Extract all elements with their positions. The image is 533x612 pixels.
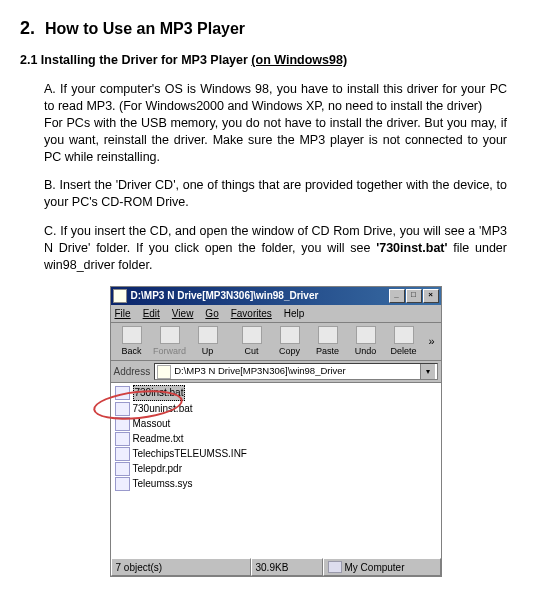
file-list[interactable]: 730inst.bat 730uninst.bat Massout Readme… bbox=[111, 383, 441, 557]
paragraph-c: C. If you insert the CD, and open the wi… bbox=[44, 223, 507, 274]
menu-view[interactable]: View bbox=[172, 307, 194, 321]
file-icon bbox=[115, 417, 130, 431]
status-location: My Computer bbox=[323, 558, 441, 576]
subheading-text: 2.1 Installing the Driver for MP3 Player bbox=[20, 53, 251, 67]
cut-button[interactable]: Cut bbox=[233, 325, 271, 358]
heading-title: How to Use an MP3 Player bbox=[45, 20, 245, 38]
forward-icon bbox=[160, 326, 180, 344]
paste-button[interactable]: Paste bbox=[309, 325, 347, 358]
menu-file[interactable]: File bbox=[115, 307, 131, 321]
file-icon bbox=[115, 477, 130, 491]
subheading: 2.1 Installing the Driver for MP3 Player… bbox=[20, 53, 513, 67]
undo-icon bbox=[356, 326, 376, 344]
menu-favorites[interactable]: Favorites bbox=[231, 307, 272, 321]
menu-edit[interactable]: Edit bbox=[143, 307, 160, 321]
delete-button[interactable]: Delete bbox=[385, 325, 423, 358]
menu-help[interactable]: Help bbox=[284, 307, 305, 321]
list-item[interactable]: Telepdr.pdr bbox=[115, 462, 437, 476]
forward-button[interactable]: Forward bbox=[151, 325, 189, 358]
up-button[interactable]: Up bbox=[189, 325, 227, 358]
file-icon bbox=[115, 462, 130, 476]
titlebar: D:\MP3 N Drive[MP3N306]\win98_Driver _ □… bbox=[111, 287, 441, 305]
close-button[interactable]: × bbox=[423, 289, 439, 303]
list-item[interactable]: Teleumss.sys bbox=[115, 477, 437, 491]
delete-icon bbox=[394, 326, 414, 344]
paragraph-a1: A. If your computer's OS is Windows 98, … bbox=[44, 81, 507, 115]
status-size: 30.9KB bbox=[251, 558, 323, 576]
cut-icon bbox=[242, 326, 262, 344]
folder-icon bbox=[113, 289, 127, 303]
status-bar: 7 object(s) 30.9KB My Computer bbox=[111, 557, 441, 576]
subheading-paren: (on Windows98) bbox=[251, 53, 347, 67]
window-title: D:\MP3 N Drive[MP3N306]\win98_Driver bbox=[131, 289, 388, 303]
address-bar: Address D:\MP3 N Drive[MP3N306]\win98_Dr… bbox=[111, 361, 441, 383]
paragraph-b: B. Insert the 'Driver CD', one of things… bbox=[44, 177, 507, 211]
address-value: D:\MP3 N Drive[MP3N306]\win98_Driver bbox=[174, 365, 419, 378]
section-heading: 2. How to Use an MP3 Player bbox=[20, 18, 513, 39]
paste-icon bbox=[318, 326, 338, 344]
explorer-window: D:\MP3 N Drive[MP3N306]\win98_Driver _ □… bbox=[110, 286, 442, 578]
copy-icon bbox=[280, 326, 300, 344]
folder-icon bbox=[157, 365, 171, 379]
list-item[interactable]: 730uninst.bat bbox=[115, 402, 437, 416]
address-field[interactable]: D:\MP3 N Drive[MP3N306]\win98_Driver ▾ bbox=[154, 363, 437, 380]
status-objects: 7 object(s) bbox=[111, 558, 251, 576]
computer-icon bbox=[328, 561, 342, 573]
minimize-button[interactable]: _ bbox=[389, 289, 405, 303]
file-icon bbox=[115, 402, 130, 416]
undo-button[interactable]: Undo bbox=[347, 325, 385, 358]
heading-number: 2. bbox=[20, 18, 35, 39]
back-button[interactable]: Back bbox=[113, 325, 151, 358]
toolbar: Back Forward Up Cut Copy Paste Undo Dele… bbox=[111, 323, 441, 361]
back-icon bbox=[122, 326, 142, 344]
paragraph-a2: For PCs with the USB memory, you do not … bbox=[44, 115, 507, 166]
list-item[interactable]: TelechipsTELEUMSS.INF bbox=[115, 447, 437, 461]
up-icon bbox=[198, 326, 218, 344]
copy-button[interactable]: Copy bbox=[271, 325, 309, 358]
list-item[interactable]: Readme.txt bbox=[115, 432, 437, 446]
list-item[interactable]: 730inst.bat bbox=[115, 385, 437, 401]
address-label: Address bbox=[114, 365, 151, 379]
paragraph-c-bold: '730inst.bat' bbox=[376, 241, 447, 255]
menubar: File Edit View Go Favorites Help bbox=[111, 305, 441, 324]
window-controls: _ □ × bbox=[388, 289, 439, 303]
list-item[interactable]: Massout bbox=[115, 417, 437, 431]
menu-go[interactable]: Go bbox=[205, 307, 218, 321]
file-icon bbox=[115, 386, 130, 400]
file-icon bbox=[115, 432, 130, 446]
toolbar-overflow[interactable]: » bbox=[423, 334, 437, 349]
maximize-button[interactable]: □ bbox=[406, 289, 422, 303]
body-content: A. If your computer's OS is Windows 98, … bbox=[44, 81, 507, 577]
file-icon bbox=[115, 447, 130, 461]
address-dropdown[interactable]: ▾ bbox=[420, 364, 435, 379]
